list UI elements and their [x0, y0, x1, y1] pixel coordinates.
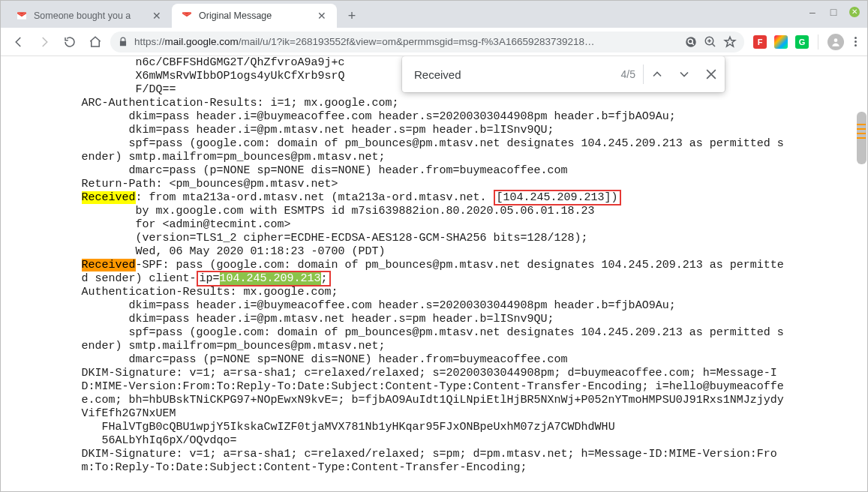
- url-text: https://mail.google.com/mail/u/1?ik=2681…: [134, 36, 678, 47]
- selection: 104.245.209.213: [220, 272, 321, 285]
- svg-point-0: [686, 37, 696, 47]
- raw-message: n6c/CBFFSHdGMG2T/QhZfvroA9a9j+c X6mWMsRv…: [82, 56, 787, 475]
- gmail-icon: [181, 10, 193, 22]
- close-icon[interactable]: ✕: [151, 10, 163, 22]
- ip-highlight-box: [104.245.209.213]): [494, 190, 621, 206]
- search-in-page-icon[interactable]: [684, 35, 698, 49]
- message-sheet: n6c/CBFFSHdGMG2T/QhZfvroA9a9j+c X6mWMsRv…: [74, 56, 794, 490]
- grammarly-ext-icon[interactable]: G: [795, 35, 809, 49]
- flipboard-ext-icon[interactable]: F: [753, 35, 767, 49]
- window-maximize-icon[interactable]: □: [828, 7, 839, 17]
- forward-button[interactable]: [34, 32, 55, 52]
- window-controls: – □ ✕: [807, 7, 860, 17]
- find-count: 4/5: [621, 68, 643, 80]
- find-match: Received: [82, 259, 136, 272]
- viewport: 4/5 n6c/CBFFSHdGMG2T/QhZfvroA9a9j+c X6mW…: [1, 56, 867, 491]
- extensions: F G: [749, 34, 860, 50]
- scrollbar-find-marks: [857, 124, 866, 142]
- close-icon[interactable]: ✕: [316, 10, 328, 22]
- lock-icon: [118, 37, 128, 47]
- find-input[interactable]: [413, 68, 611, 82]
- tab-strip: Someone bought you a ✕ Original Message …: [1, 1, 867, 28]
- back-button[interactable]: [8, 32, 29, 52]
- new-tab-button[interactable]: +: [341, 5, 362, 26]
- close-icon: [704, 67, 719, 82]
- reload-button[interactable]: [59, 32, 80, 52]
- window-minimize-icon[interactable]: –: [807, 7, 818, 17]
- tab-active[interactable]: Original Message ✕: [172, 4, 337, 28]
- browser-window: – □ ✕ Someone bought you a ✕ Original Me…: [0, 0, 868, 492]
- rainbow-ext-icon[interactable]: [774, 35, 788, 49]
- url-host: mail.google.com: [165, 36, 239, 47]
- profile-avatar[interactable]: [827, 34, 844, 50]
- window-close-icon[interactable]: ✕: [849, 7, 860, 17]
- zoom-icon[interactable]: [704, 35, 717, 49]
- svg-point-3: [834, 38, 838, 42]
- find-match-current: Received: [82, 191, 136, 204]
- chevron-up-icon: [650, 67, 665, 82]
- find-bar: 4/5: [402, 56, 725, 92]
- person-icon: [830, 37, 841, 47]
- home-icon: [89, 35, 102, 49]
- url-scheme: https://: [134, 36, 165, 47]
- chevron-down-icon: [677, 67, 692, 82]
- tab-title: Someone bought you a: [34, 10, 145, 21]
- ip-highlight-box: ip=104.245.209.213;: [197, 271, 331, 286]
- tab-title: Original Message: [199, 10, 310, 21]
- find-prev-button[interactable]: [644, 61, 671, 88]
- gmail-icon: [16, 10, 28, 22]
- arrow-right-icon: [38, 35, 51, 49]
- reload-icon: [63, 35, 77, 49]
- menu-button[interactable]: [851, 34, 860, 50]
- toolbar: https://mail.google.com/mail/u/1?ik=2681…: [1, 28, 867, 56]
- star-icon[interactable]: [723, 35, 737, 49]
- url-path: /mail/u/1?ik=268193552f&view=om&permmsgi…: [239, 36, 595, 47]
- separator: [818, 34, 818, 50]
- home-button[interactable]: [85, 32, 106, 52]
- find-next-button[interactable]: [671, 61, 698, 88]
- tab-background[interactable]: Someone bought you a ✕: [7, 4, 172, 28]
- address-bar[interactable]: https://mail.google.com/mail/u/1?ik=2681…: [110, 32, 744, 52]
- arrow-left-icon: [12, 35, 26, 49]
- page-scroll[interactable]: n6c/CBFFSHdGMG2T/QhZfvroA9a9j+c X6mWMsRv…: [1, 56, 867, 491]
- find-close-button[interactable]: [698, 61, 725, 88]
